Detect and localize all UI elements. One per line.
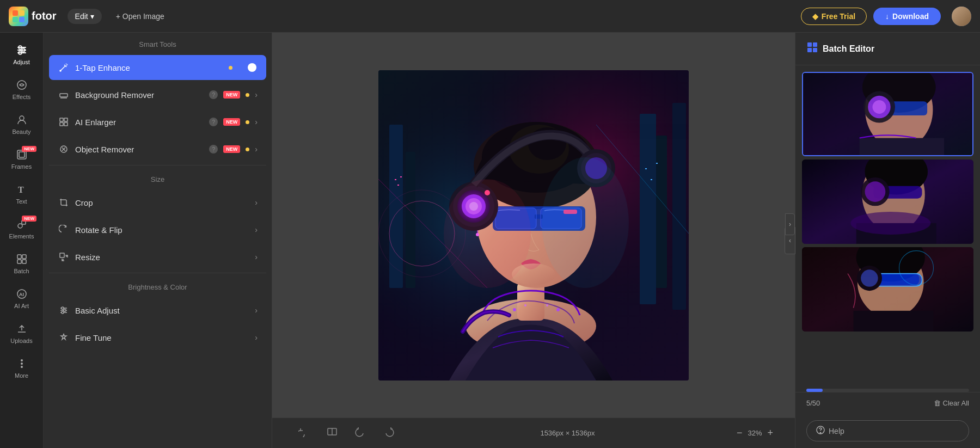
- sidebar-item-frames[interactable]: Frames NEW: [0, 142, 43, 176]
- crop-arrow-icon: [255, 198, 258, 207]
- svg-rect-94: [656, 163, 658, 164]
- svg-point-107: [873, 100, 886, 114]
- crop-label: Crop: [75, 198, 249, 207]
- more-icon: [15, 357, 28, 370]
- svg-point-88: [542, 157, 629, 288]
- free-trial-button[interactable]: ◆ Free Trial: [801, 8, 867, 25]
- header: fotor Edit ▾ + Open Image ◆ Free Trial ↓…: [0, 0, 980, 33]
- svg-rect-13: [19, 152, 24, 157]
- tools-panel: Smart Tools 1-Tap Enhance: [44, 33, 272, 448]
- svg-point-11: [20, 116, 24, 120]
- svg-point-39: [64, 309, 66, 311]
- toolbar-center: 1536px × 1536px: [405, 429, 730, 437]
- toolbar-left: [283, 424, 399, 442]
- svg-point-26: [60, 70, 61, 71]
- svg-point-83: [513, 308, 516, 311]
- sidebar-item-text[interactable]: T Text: [0, 176, 43, 211]
- tool-ai-enlarger[interactable]: AI Enlarger ? NEW: [49, 109, 266, 134]
- svg-point-87: [444, 179, 531, 288]
- help-button[interactable]: Help: [806, 420, 969, 441]
- svg-point-41: [62, 311, 64, 314]
- sidebar-item-batch[interactable]: Batch: [0, 246, 43, 281]
- batch-images-list: [795, 65, 980, 384]
- edit-label: Edit: [75, 12, 88, 21]
- sidebar-item-uploads[interactable]: Uploads: [0, 316, 43, 351]
- compare-button[interactable]: [322, 424, 342, 442]
- canvas-area: ‹: [272, 33, 795, 448]
- basic-adjust-arrow-icon: [255, 306, 258, 315]
- object-remover-icon: [58, 143, 70, 155]
- svg-rect-47: [640, 114, 656, 304]
- zoom-in-button[interactable]: +: [767, 427, 773, 439]
- tool-basic-adjust[interactable]: Basic Adjust: [49, 298, 266, 323]
- canvas-main: [272, 33, 795, 418]
- zoom-out-button[interactable]: −: [737, 427, 743, 439]
- tool-background-remover[interactable]: Background Remover ? NEW: [49, 82, 266, 107]
- download-label: Download: [892, 12, 929, 21]
- svg-rect-99: [807, 48, 812, 52]
- free-trial-label: Free Trial: [822, 12, 855, 21]
- tool-crop[interactable]: Crop: [49, 190, 266, 215]
- more-label: More: [15, 372, 28, 379]
- rotate-right-button[interactable]: [379, 424, 399, 442]
- svg-text:AI: AI: [19, 292, 24, 297]
- edit-button[interactable]: Edit ▾: [68, 9, 102, 24]
- undo-button[interactable]: [294, 424, 314, 442]
- svg-rect-27: [60, 94, 68, 97]
- svg-rect-100: [813, 48, 817, 52]
- beauty-label: Beauty: [12, 128, 30, 135]
- logo-text: fotor: [32, 10, 57, 22]
- rotate-flip-label: Rotate & Flip: [75, 225, 249, 235]
- tool-fine-tune[interactable]: Fine Tune: [49, 325, 266, 350]
- batch-icon: [15, 253, 28, 266]
- object-remover-help-icon: ?: [209, 145, 218, 154]
- tool-object-remover[interactable]: Object Remover ? NEW: [49, 137, 266, 162]
- sidebar-item-beauty[interactable]: Beauty: [0, 107, 43, 142]
- sidebar-item-effects[interactable]: Effects: [0, 72, 43, 107]
- logo: fotor: [9, 7, 57, 26]
- icon-sidebar: Adjust Effects Beauty: [0, 33, 44, 448]
- svg-rect-89: [395, 179, 396, 180]
- batch-thumb-1[interactable]: [802, 72, 973, 156]
- batch-thumb-3[interactable]: [802, 247, 973, 332]
- svg-point-85: [546, 304, 548, 306]
- avatar[interactable]: [952, 7, 971, 26]
- svg-rect-46: [406, 152, 415, 288]
- svg-rect-92: [645, 168, 647, 169]
- diamond-icon: ◆: [812, 12, 818, 21]
- svg-rect-90: [397, 185, 399, 186]
- clear-all-button[interactable]: 🗑 Clear All: [934, 399, 969, 407]
- beauty-icon: [15, 113, 28, 126]
- uploads-label: Uploads: [10, 337, 32, 344]
- background-remover-label: Background Remover: [75, 90, 204, 100]
- sidebar-item-elements[interactable]: Elements NEW: [0, 211, 43, 246]
- sidebar-item-ai-art[interactable]: AI AI Art: [0, 281, 43, 316]
- wand-icon: [58, 62, 70, 73]
- tool-resize[interactable]: Resize: [49, 244, 266, 269]
- zoom-level: 32%: [748, 429, 762, 437]
- download-button[interactable]: ↓ Download: [873, 8, 941, 25]
- resize-arrow-icon: [255, 253, 258, 261]
- expand-batch-button[interactable]: ›: [785, 213, 795, 235]
- elements-new-badge: NEW: [22, 216, 36, 222]
- svg-point-124: [861, 269, 878, 287]
- batch-thumb-2[interactable]: [802, 159, 973, 244]
- ai-art-icon: AI: [15, 287, 28, 300]
- svg-point-25: [21, 366, 23, 368]
- tool-rotate-flip[interactable]: Rotate & Flip: [49, 217, 266, 242]
- svg-rect-125: [854, 311, 934, 332]
- sidebar-item-adjust[interactable]: Adjust: [0, 37, 43, 72]
- tool-one-tap-enhance[interactable]: 1-Tap Enhance: [49, 55, 266, 80]
- fine-tune-label: Fine Tune: [75, 333, 249, 342]
- resize-icon: [58, 251, 70, 263]
- svg-text:T: T: [18, 185, 24, 194]
- rotate-left-button[interactable]: [351, 424, 370, 442]
- adjust-label: Adjust: [13, 59, 30, 65]
- one-tap-enhance-toggle[interactable]: [238, 62, 258, 73]
- svg-rect-45: [389, 125, 403, 288]
- batch-label: Batch: [14, 268, 29, 274]
- sidebar-item-more[interactable]: More: [0, 351, 43, 385]
- ai-enlarger-dot: [246, 120, 249, 124]
- adjust-icon: [15, 44, 28, 57]
- open-image-button[interactable]: + Open Image: [108, 9, 172, 24]
